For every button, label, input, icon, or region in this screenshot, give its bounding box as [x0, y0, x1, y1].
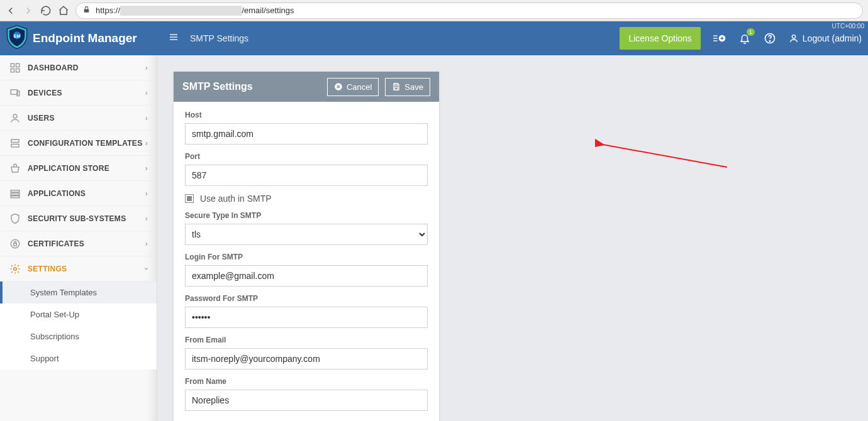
- svg-point-14: [792, 35, 795, 38]
- input-port[interactable]: [185, 165, 428, 186]
- sidebar-item-applications[interactable]: APPLICATIONS ›: [0, 181, 157, 206]
- svg-rect-18: [16, 68, 19, 72]
- gear-icon: [9, 263, 21, 275]
- sidebar-item-config-templates[interactable]: CONFIGURATION TEMPLATES ›: [0, 131, 157, 156]
- url-text: https://█████████████████████/email/sett…: [96, 6, 294, 15]
- svg-rect-8: [713, 40, 718, 41]
- svg-rect-25: [11, 193, 19, 195]
- chevron-right-icon: ›: [145, 189, 148, 198]
- svg-rect-17: [11, 68, 14, 72]
- annotation-arrow: [595, 137, 740, 175]
- svg-rect-34: [395, 87, 398, 90]
- chevron-down-icon: ›: [142, 267, 151, 270]
- lock-icon: [82, 6, 91, 16]
- forward-button[interactable]: [23, 5, 34, 16]
- hamburger-icon[interactable]: [169, 32, 179, 45]
- cancel-icon: [334, 82, 343, 91]
- brand: EM Endpoint Manager: [0, 21, 157, 55]
- svg-rect-6: [713, 35, 718, 36]
- svg-point-21: [13, 114, 17, 118]
- svg-rect-26: [11, 195, 19, 197]
- license-button[interactable]: License Options: [620, 27, 700, 50]
- home-button[interactable]: [58, 5, 69, 16]
- chevron-right-icon: ›: [145, 214, 148, 223]
- svg-rect-28: [14, 243, 17, 246]
- input-host[interactable]: [185, 123, 428, 145]
- svg-rect-15: [11, 63, 14, 67]
- add-icon[interactable]: [713, 32, 726, 45]
- save-icon: [392, 82, 401, 91]
- svg-text:EM: EM: [14, 34, 21, 38]
- svg-rect-16: [16, 63, 19, 67]
- svg-rect-33: [395, 84, 398, 85]
- label-secure-type: Secure Type In SMTP: [185, 211, 428, 220]
- chevron-right-icon: ›: [145, 239, 148, 248]
- logout-label: Logout (admin): [803, 33, 862, 43]
- browser-toolbar: https://█████████████████████/email/sett…: [0, 0, 868, 21]
- lock-icon: [9, 238, 21, 250]
- label-from-email: From Email: [185, 336, 428, 344]
- chevron-right-icon: ›: [145, 63, 148, 72]
- svg-rect-19: [11, 89, 18, 94]
- header-subtitle: SMTP Settings: [190, 33, 248, 43]
- shield-logo-icon: EM: [6, 25, 28, 52]
- users-icon: [9, 112, 21, 124]
- sidebar-item-users[interactable]: USERS ›: [0, 106, 157, 131]
- apps-icon: [9, 187, 21, 200]
- address-bar[interactable]: https://█████████████████████/email/sett…: [75, 3, 863, 19]
- input-from-email[interactable]: [185, 348, 428, 369]
- user-icon: [789, 33, 799, 43]
- nav-arrows: [5, 5, 34, 16]
- cancel-button[interactable]: Cancel: [327, 78, 379, 96]
- svg-rect-0: [84, 9, 89, 12]
- svg-rect-20: [17, 91, 19, 96]
- chevron-right-icon: ›: [145, 164, 148, 173]
- sidebar-item-devices[interactable]: DEVICES ›: [0, 80, 157, 106]
- use-auth-row[interactable]: Use auth in SMTP: [185, 194, 428, 204]
- reload-button[interactable]: [40, 5, 52, 16]
- sub-item-portal-setup[interactable]: Portal Set-Up: [0, 303, 157, 325]
- header-right: SMTP Settings License Options 1 Logout (…: [157, 21, 868, 55]
- notification-badge: 1: [747, 28, 755, 36]
- shield-icon: [9, 212, 21, 225]
- logout-link[interactable]: Logout (admin): [789, 33, 862, 43]
- brand-title: Endpoint Manager: [33, 31, 137, 45]
- smtp-settings-card: SMTP Settings Cancel Save Host: [174, 72, 439, 421]
- devices-icon: [9, 87, 21, 99]
- sidebar-item-certificates[interactable]: CERTIFICATES ›: [0, 231, 157, 256]
- store-icon: [9, 162, 21, 175]
- timezone-label: UTC+00:00: [832, 23, 864, 30]
- help-icon[interactable]: [764, 32, 776, 45]
- sidebar-item-settings[interactable]: SETTINGS ›: [0, 256, 157, 282]
- svg-point-29: [14, 267, 17, 270]
- bell-icon[interactable]: 1: [738, 32, 751, 45]
- card-body: Host Port Use auth in SMTP Secure Type I…: [174, 102, 439, 411]
- input-password[interactable]: [185, 307, 428, 328]
- input-from-name[interactable]: [185, 390, 428, 411]
- header-actions: License Options 1 Logout (admin): [620, 27, 862, 50]
- label-host: Host: [185, 111, 428, 119]
- card-actions: Cancel Save: [327, 78, 430, 96]
- sidebar-item-security[interactable]: SECURITY SUB-SYSTEMS ›: [0, 206, 157, 231]
- content-area: SMTP Settings Cancel Save Host: [157, 55, 868, 421]
- back-button[interactable]: [5, 5, 16, 16]
- sub-item-system-templates[interactable]: System Templates: [0, 282, 157, 303]
- label-from-name: From Name: [185, 377, 428, 386]
- input-login[interactable]: [185, 265, 428, 287]
- svg-rect-22: [11, 139, 19, 143]
- svg-rect-24: [11, 190, 19, 192]
- save-button[interactable]: Save: [385, 78, 430, 96]
- select-secure-type[interactable]: tls: [185, 224, 428, 245]
- sidebar-item-dashboard[interactable]: DASHBOARD ›: [0, 55, 157, 80]
- settings-submenu: System Templates Portal Set-Up Subscript…: [0, 282, 157, 369]
- sidebar-item-app-store[interactable]: APPLICATION STORE ›: [0, 156, 157, 181]
- chevron-right-icon: ›: [145, 139, 148, 148]
- label-port: Port: [185, 152, 428, 161]
- checkbox-use-auth[interactable]: [185, 194, 194, 203]
- svg-point-13: [769, 41, 770, 41]
- sub-item-subscriptions[interactable]: Subscriptions: [0, 325, 157, 347]
- layout: DASHBOARD › DEVICES › USERS › CONFIGURAT…: [0, 55, 868, 421]
- app-header: UTC+00:00 EM Endpoint Manager SMTP Setti…: [0, 21, 868, 55]
- sub-item-support[interactable]: Support: [0, 347, 157, 369]
- label-login: Login For SMTP: [185, 253, 428, 261]
